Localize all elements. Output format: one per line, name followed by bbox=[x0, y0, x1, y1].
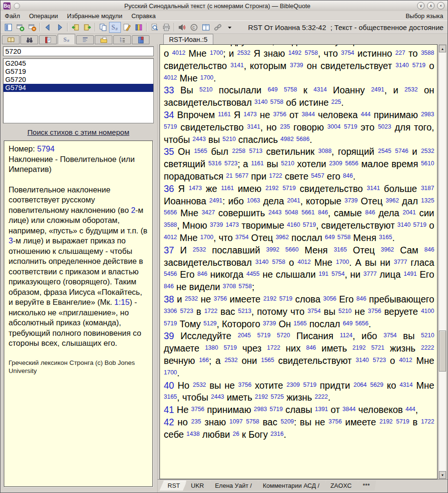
strong-number-link[interactable]: 4314 bbox=[399, 382, 413, 388]
library-button[interactable] bbox=[133, 22, 145, 33]
strong-number-link[interactable]: 5723 bbox=[373, 357, 386, 363]
strong-number-link[interactable]: 1473 bbox=[243, 111, 257, 118]
strong-number-link[interactable]: 3756 bbox=[329, 418, 342, 425]
strong-number-link[interactable]: 4012 bbox=[164, 234, 177, 241]
strong-number-link[interactable]: 3165 bbox=[164, 393, 177, 400]
close-button[interactable]: × bbox=[437, 2, 445, 10]
strong-number-link[interactable]: 3844 bbox=[302, 111, 315, 118]
strong-number-link[interactable]: 444 bbox=[406, 406, 416, 413]
strong-number-link[interactable]: 227 bbox=[395, 50, 405, 56]
strong-number-link[interactable]: 3056 bbox=[323, 295, 337, 302]
strong-number-link[interactable]: 5719 bbox=[164, 123, 177, 130]
strong-number-link[interactable]: 3754 bbox=[341, 50, 354, 56]
left-tab-plan-list[interactable] bbox=[76, 35, 94, 44]
strong-number-link[interactable]: 2532 bbox=[224, 357, 238, 363]
strong-number-link[interactable]: 5456 bbox=[164, 271, 177, 277]
strong-number-link[interactable]: 5719 bbox=[303, 221, 316, 228]
strong-number-link[interactable]: 3427 bbox=[202, 209, 215, 216]
strong-number-link[interactable]: 1565 bbox=[194, 148, 207, 154]
strong-number-link[interactable]: 5719 bbox=[344, 123, 358, 130]
strong-number-link[interactable]: 3739 bbox=[344, 197, 358, 204]
strong-number-link[interactable]: 3588 bbox=[164, 221, 177, 228]
copyright-button[interactable]: c bbox=[188, 22, 200, 33]
left-tab-tree-list[interactable] bbox=[113, 35, 131, 44]
strong-number-link[interactable]: 1722 bbox=[421, 418, 434, 425]
search-verses-link[interactable]: Поиск стихов с этим номером bbox=[27, 128, 129, 136]
strong-number-link[interactable]: 5758 bbox=[284, 86, 297, 93]
strong-number-link[interactable]: 5725 bbox=[270, 393, 284, 400]
strong-number-link[interactable]: 3141 bbox=[367, 185, 380, 191]
strong-number-link[interactable]: 4160 bbox=[287, 221, 300, 228]
strong-number-link[interactable]: 5660 bbox=[285, 246, 299, 253]
strong-number-link[interactable]: 3088 bbox=[319, 148, 332, 154]
strong-number-link[interactable]: 3141 bbox=[247, 123, 260, 130]
strong-number-link[interactable]: 3140 bbox=[356, 357, 369, 363]
print-button[interactable] bbox=[160, 22, 172, 33]
strong-number-link[interactable]: 649 bbox=[343, 320, 353, 327]
vertical-scrollbar[interactable]: ▲ ▼ bbox=[438, 44, 447, 479]
strong-number-link[interactable]: 5656 bbox=[355, 320, 368, 327]
strong-number-link[interactable]: 1492 bbox=[288, 50, 301, 56]
strong-number-link[interactable]: 1097 bbox=[229, 418, 243, 425]
lexicon-link[interactable]: 1:15 bbox=[114, 298, 129, 306]
strong-number-link[interactable]: 3754 bbox=[383, 332, 397, 339]
strong-number-link[interactable]: 846 bbox=[365, 209, 375, 216]
strong-number-link[interactable]: 3756 bbox=[273, 111, 287, 118]
strong-number-link[interactable]: 1722 bbox=[269, 172, 282, 179]
strong-number-link[interactable]: 3962 bbox=[381, 246, 394, 253]
strong-number-link[interactable]: 4982 bbox=[280, 136, 294, 142]
bottom-tab-1[interactable]: RST bbox=[159, 481, 186, 491]
strong-number-link[interactable]: 3962 bbox=[386, 197, 399, 204]
strong-number-link[interactable]: 5758 bbox=[270, 99, 284, 105]
strong-number-link[interactable]: 2443 bbox=[192, 136, 206, 142]
strong-number-link[interactable]: 2045 bbox=[238, 332, 251, 339]
left-tab-binoculars[interactable] bbox=[20, 35, 38, 44]
strong-number-link[interactable]: 5661 bbox=[301, 209, 315, 216]
strong-number-link[interactable]: 1700 bbox=[210, 50, 223, 56]
strong-number-link[interactable]: 225 bbox=[331, 99, 341, 105]
strong-number-link[interactable]: 5720 bbox=[277, 332, 290, 339]
strong-number-link[interactable]: 1438 bbox=[187, 431, 200, 437]
prev-book-button[interactable] bbox=[70, 22, 81, 33]
strong-number-link[interactable]: 4012 bbox=[399, 357, 412, 363]
strong-number-link[interactable]: 2258 bbox=[232, 148, 246, 154]
strong-number-link[interactable]: 4314 bbox=[314, 86, 327, 93]
strong-number-link[interactable]: 5758 bbox=[239, 283, 252, 290]
strong-number-link[interactable]: 5210 bbox=[338, 308, 352, 314]
lexicon-link[interactable]: 5794 bbox=[37, 144, 55, 153]
strong-number-link[interactable]: 649 bbox=[325, 234, 335, 241]
strong-number-link[interactable]: 5610 bbox=[421, 160, 434, 167]
strong-number-link[interactable]: 649 bbox=[268, 86, 278, 93]
strong-number-link[interactable]: 2041 bbox=[287, 197, 300, 204]
lexicon-link[interactable]: 3 bbox=[9, 236, 13, 245]
strong-number-link[interactable]: 3756 bbox=[191, 406, 204, 413]
strong-number-link[interactable]: 3756 bbox=[368, 308, 381, 314]
panel-layout-button[interactable] bbox=[2, 22, 14, 33]
strong-number-link[interactable]: 5129 bbox=[203, 320, 217, 327]
menu-item-3[interactable]: Избранные модули bbox=[67, 12, 122, 20]
strong-number-link[interactable]: 5209 bbox=[281, 418, 294, 425]
link-button[interactable] bbox=[212, 22, 224, 33]
strong-number-link[interactable]: 2532 bbox=[405, 86, 418, 93]
strong-number-link[interactable]: 3756 bbox=[238, 382, 251, 388]
strong-number-link[interactable]: 235 bbox=[191, 418, 201, 425]
bottom-tab-2[interactable]: UKR bbox=[183, 481, 210, 491]
strong-number-link[interactable]: 444 bbox=[361, 111, 371, 118]
audio-button[interactable] bbox=[176, 22, 188, 33]
strong-number-link[interactable]: 5656 bbox=[164, 209, 177, 216]
bottom-tab-5[interactable]: ZAOXC bbox=[322, 481, 358, 491]
strong-number-link[interactable]: 5758 bbox=[338, 234, 351, 241]
strong-number-link[interactable]: 3141 bbox=[230, 62, 244, 69]
strong-number-link[interactable]: 846 bbox=[343, 172, 353, 179]
strong-number-list[interactable]: G2045G5719G5720G5794 bbox=[3, 58, 154, 123]
strong-number-link[interactable]: 5719 bbox=[303, 382, 317, 388]
strong-number-link[interactable]: 2041 bbox=[403, 209, 416, 216]
strong-number-link[interactable]: 1700 bbox=[336, 259, 349, 265]
strong-number-link[interactable]: 2064 bbox=[353, 382, 367, 388]
bottom-tab-4[interactable]: Комментарии АСД / bbox=[255, 481, 326, 491]
strong-number-link[interactable]: 5719 bbox=[224, 344, 237, 351]
strong-number-link[interactable]: 1491 bbox=[404, 271, 417, 277]
strong-number-link[interactable]: 3739 bbox=[290, 62, 303, 69]
strong-number-link[interactable]: 4012 bbox=[298, 259, 311, 265]
menu-language-select[interactable]: Выбор языка bbox=[406, 12, 443, 20]
